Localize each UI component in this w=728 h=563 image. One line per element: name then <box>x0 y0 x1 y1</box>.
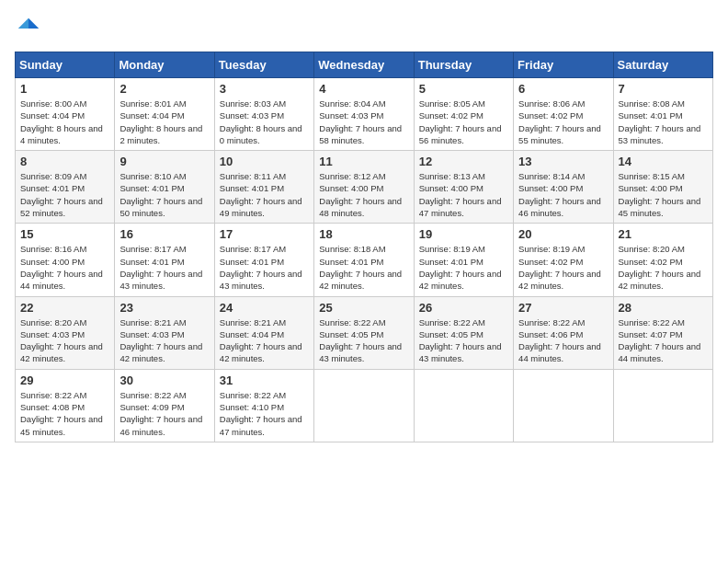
day-number: 29 <box>20 373 109 387</box>
day-number: 10 <box>220 155 309 168</box>
day-info: Sunrise: 8:03 AMSunset: 4:03 PMDaylight:… <box>220 98 302 145</box>
day-info: Sunrise: 8:05 AMSunset: 4:02 PMDaylight:… <box>419 98 502 145</box>
calendar-week-3: 15 Sunrise: 8:16 AMSunset: 4:00 PMDaylig… <box>16 224 713 296</box>
calendar-cell: 3 Sunrise: 8:03 AMSunset: 4:03 PMDayligh… <box>214 78 313 151</box>
day-number: 3 <box>220 82 309 96</box>
calendar-cell: 24 Sunrise: 8:21 AMSunset: 4:04 PMDaylig… <box>214 296 313 369</box>
calendar-cell: 2 Sunrise: 8:01 AMSunset: 4:04 PMDayligh… <box>115 78 214 151</box>
day-number: 12 <box>419 155 508 168</box>
day-number: 30 <box>119 373 209 387</box>
calendar-cell: 15 Sunrise: 8:16 AMSunset: 4:00 PMDaylig… <box>16 224 115 296</box>
day-number: 18 <box>319 227 408 241</box>
calendar-cell: 28 Sunrise: 8:22 AMSunset: 4:07 PMDaylig… <box>613 296 712 369</box>
calendar-cell: 1 Sunrise: 8:00 AMSunset: 4:04 PMDayligh… <box>16 78 115 151</box>
day-number: 7 <box>619 82 708 96</box>
calendar-cell: 27 Sunrise: 8:22 AMSunset: 4:06 PMDaylig… <box>514 296 613 369</box>
calendar-week-1: 1 Sunrise: 8:00 AMSunset: 4:04 PMDayligh… <box>16 78 713 151</box>
day-info: Sunrise: 8:15 AMSunset: 4:00 PMDaylight:… <box>619 171 701 218</box>
logo-icon <box>15 15 42 42</box>
calendar-cell: 8 Sunrise: 8:09 AMSunset: 4:01 PMDayligh… <box>16 151 115 224</box>
day-number: 5 <box>419 82 508 96</box>
calendar-cell: 23 Sunrise: 8:21 AMSunset: 4:03 PMDaylig… <box>115 296 214 369</box>
calendar-cell: 9 Sunrise: 8:10 AMSunset: 4:01 PMDayligh… <box>115 151 214 224</box>
day-header-tuesday: Tuesday <box>214 52 313 78</box>
day-info: Sunrise: 8:22 AMSunset: 4:05 PMDaylight:… <box>319 317 402 364</box>
day-info: Sunrise: 8:10 AMSunset: 4:01 PMDaylight:… <box>119 171 202 218</box>
calendar-cell <box>314 369 414 442</box>
day-number: 22 <box>20 301 109 315</box>
calendar-cell: 7 Sunrise: 8:08 AMSunset: 4:01 PMDayligh… <box>613 78 712 151</box>
day-info: Sunrise: 8:20 AMSunset: 4:03 PMDaylight:… <box>20 317 103 364</box>
day-info: Sunrise: 8:22 AMSunset: 4:06 PMDaylight:… <box>518 317 601 364</box>
calendar-cell: 25 Sunrise: 8:22 AMSunset: 4:05 PMDaylig… <box>314 296 414 369</box>
day-header-saturday: Saturday <box>613 52 712 78</box>
day-number: 1 <box>20 82 109 96</box>
calendar-cell: 26 Sunrise: 8:22 AMSunset: 4:05 PMDaylig… <box>414 296 513 369</box>
calendar-cell: 21 Sunrise: 8:20 AMSunset: 4:02 PMDaylig… <box>613 224 712 296</box>
day-info: Sunrise: 8:09 AMSunset: 4:01 PMDaylight:… <box>20 171 103 218</box>
header <box>15 15 713 42</box>
day-info: Sunrise: 8:17 AMSunset: 4:01 PMDaylight:… <box>220 244 302 291</box>
day-info: Sunrise: 8:21 AMSunset: 4:04 PMDaylight:… <box>220 317 302 364</box>
day-number: 15 <box>20 227 109 241</box>
calendar-cell: 10 Sunrise: 8:11 AMSunset: 4:01 PMDaylig… <box>214 151 313 224</box>
day-info: Sunrise: 8:22 AMSunset: 4:08 PMDaylight:… <box>20 390 103 437</box>
day-info: Sunrise: 8:00 AMSunset: 4:04 PMDaylight:… <box>20 98 103 145</box>
calendar-cell <box>414 369 513 442</box>
day-header-thursday: Thursday <box>414 52 513 78</box>
day-header-monday: Monday <box>115 52 214 78</box>
calendar-cell: 12 Sunrise: 8:13 AMSunset: 4:00 PMDaylig… <box>414 151 513 224</box>
calendar-week-5: 29 Sunrise: 8:22 AMSunset: 4:08 PMDaylig… <box>16 369 713 442</box>
day-info: Sunrise: 8:22 AMSunset: 4:09 PMDaylight:… <box>119 390 202 437</box>
calendar-cell: 13 Sunrise: 8:14 AMSunset: 4:00 PMDaylig… <box>514 151 613 224</box>
day-info: Sunrise: 8:11 AMSunset: 4:01 PMDaylight:… <box>220 171 302 218</box>
day-number: 17 <box>220 227 309 241</box>
day-info: Sunrise: 8:22 AMSunset: 4:10 PMDaylight:… <box>220 390 302 437</box>
day-info: Sunrise: 8:16 AMSunset: 4:00 PMDaylight:… <box>20 244 103 291</box>
day-info: Sunrise: 8:12 AMSunset: 4:00 PMDaylight:… <box>319 171 402 218</box>
day-number: 16 <box>119 227 209 241</box>
calendar-cell: 16 Sunrise: 8:17 AMSunset: 4:01 PMDaylig… <box>115 224 214 296</box>
calendar-cell: 29 Sunrise: 8:22 AMSunset: 4:08 PMDaylig… <box>16 369 115 442</box>
calendar-cell: 20 Sunrise: 8:19 AMSunset: 4:02 PMDaylig… <box>514 224 613 296</box>
day-number: 2 <box>119 82 209 96</box>
day-number: 24 <box>220 301 309 315</box>
day-number: 6 <box>518 82 608 96</box>
day-info: Sunrise: 8:01 AMSunset: 4:04 PMDaylight:… <box>119 98 202 145</box>
svg-marker-0 <box>28 18 39 29</box>
day-info: Sunrise: 8:19 AMSunset: 4:01 PMDaylight:… <box>419 244 502 291</box>
day-number: 21 <box>619 227 708 241</box>
day-info: Sunrise: 8:22 AMSunset: 4:07 PMDaylight:… <box>619 317 701 364</box>
calendar-cell: 19 Sunrise: 8:19 AMSunset: 4:01 PMDaylig… <box>414 224 513 296</box>
calendar-cell: 14 Sunrise: 8:15 AMSunset: 4:00 PMDaylig… <box>613 151 712 224</box>
calendar-cell <box>613 369 712 442</box>
day-number: 25 <box>319 301 408 315</box>
day-number: 8 <box>20 155 109 168</box>
calendar-table: SundayMondayTuesdayWednesdayThursdayFrid… <box>15 52 713 442</box>
day-info: Sunrise: 8:13 AMSunset: 4:00 PMDaylight:… <box>419 171 502 218</box>
day-info: Sunrise: 8:22 AMSunset: 4:05 PMDaylight:… <box>419 317 502 364</box>
calendar-week-4: 22 Sunrise: 8:20 AMSunset: 4:03 PMDaylig… <box>16 296 713 369</box>
calendar-cell: 30 Sunrise: 8:22 AMSunset: 4:09 PMDaylig… <box>115 369 214 442</box>
day-number: 27 <box>518 301 608 315</box>
calendar-cell: 5 Sunrise: 8:05 AMSunset: 4:02 PMDayligh… <box>414 78 513 151</box>
logo <box>15 15 46 42</box>
day-number: 26 <box>419 301 508 315</box>
day-info: Sunrise: 8:21 AMSunset: 4:03 PMDaylight:… <box>119 317 202 364</box>
day-number: 19 <box>419 227 508 241</box>
day-number: 28 <box>619 301 708 315</box>
calendar-cell: 17 Sunrise: 8:17 AMSunset: 4:01 PMDaylig… <box>214 224 313 296</box>
calendar-cell: 4 Sunrise: 8:04 AMSunset: 4:03 PMDayligh… <box>314 78 414 151</box>
day-info: Sunrise: 8:06 AMSunset: 4:02 PMDaylight:… <box>518 98 601 145</box>
svg-marker-1 <box>18 18 28 29</box>
calendar-cell: 11 Sunrise: 8:12 AMSunset: 4:00 PMDaylig… <box>314 151 414 224</box>
calendar-cell: 22 Sunrise: 8:20 AMSunset: 4:03 PMDaylig… <box>16 296 115 369</box>
day-header-sunday: Sunday <box>16 52 115 78</box>
day-number: 23 <box>119 301 209 315</box>
day-number: 9 <box>119 155 209 168</box>
day-header-wednesday: Wednesday <box>314 52 414 78</box>
calendar-cell: 18 Sunrise: 8:18 AMSunset: 4:01 PMDaylig… <box>314 224 414 296</box>
calendar-header-row: SundayMondayTuesdayWednesdayThursdayFrid… <box>16 52 713 78</box>
day-number: 20 <box>518 227 608 241</box>
calendar-cell: 31 Sunrise: 8:22 AMSunset: 4:10 PMDaylig… <box>214 369 313 442</box>
